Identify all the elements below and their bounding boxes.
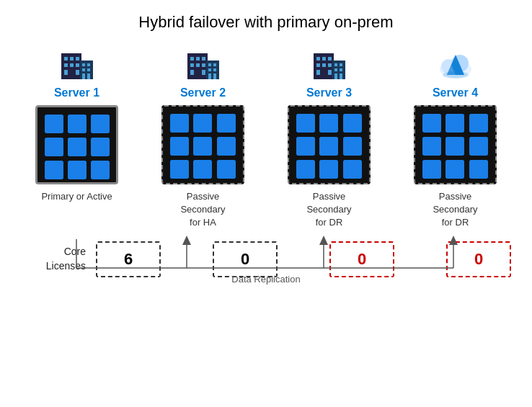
server-name-3: Server 3 [306,86,352,99]
svg-rect-21 [190,63,194,67]
cpu-box-3 [288,105,371,184]
svg-rect-20 [202,57,205,61]
chip-3-8 [319,160,338,179]
svg-rect-14 [87,68,90,71]
chip-2-6 [217,137,236,156]
svg-rect-9 [76,70,79,75]
svg-rect-2 [64,57,68,61]
svg-rect-47 [334,73,337,79]
chip-2-5 [193,137,212,156]
chip-2-4 [170,137,189,156]
svg-rect-31 [208,73,211,79]
page: Hybrid failover with primary on-prem [0,0,532,407]
license-boxes: 6 0 0 0 [96,241,511,277]
chip-2-8 [193,160,212,179]
chip-4-8 [445,160,464,179]
chip-3-6 [343,137,362,156]
svg-rect-29 [208,68,211,71]
svg-rect-41 [328,70,332,75]
building-icon-1 [58,45,96,82]
svg-rect-16 [87,73,90,79]
svg-rect-13 [82,68,85,71]
chip-1-6 [91,138,110,156]
chip-4-7 [422,160,441,179]
building-icon-2 [185,45,222,82]
svg-rect-4 [76,57,79,61]
chip-2-7 [170,160,189,179]
building-icon-3 [311,45,348,82]
server-col-4: Server 4 PassiveSecondaryfor DR [399,45,511,230]
server-name-2: Server 2 [180,86,226,99]
chip-1-8 [68,161,87,179]
svg-rect-37 [316,63,320,67]
svg-rect-11 [82,63,85,66]
chip-3-2 [319,114,338,133]
svg-rect-7 [76,63,79,67]
chip-4-2 [445,114,464,133]
svg-rect-43 [334,63,337,66]
chip-1-1 [45,115,63,133]
svg-rect-8 [64,70,68,75]
svg-rect-5 [64,63,68,67]
svg-rect-3 [70,57,74,61]
svg-rect-18 [190,57,194,61]
svg-rect-19 [196,57,200,61]
svg-rect-45 [334,68,337,71]
svg-rect-36 [328,57,332,61]
svg-point-54 [443,71,469,79]
server-desc-4: PassiveSecondaryfor DR [433,190,477,230]
page-title: Hybrid failover with primary on-prem [138,13,393,32]
svg-rect-34 [316,57,320,61]
chip-1-9 [91,161,110,179]
svg-rect-35 [322,57,326,61]
servers-row: Server 1 Primary or Active [21,45,511,230]
svg-rect-39 [328,63,332,67]
chip-3-1 [296,114,315,133]
license-box-2: 0 [213,241,278,277]
svg-rect-42 [332,61,345,79]
licenses-label: Core Licenses [21,245,86,273]
svg-rect-40 [316,70,320,75]
license-box-3: 0 [329,241,394,277]
server-col-2: Server 2 PassiveSecondaryfor HA [147,45,259,230]
chip-2-3 [217,114,236,133]
chip-4-4 [422,137,441,156]
svg-rect-44 [340,63,342,66]
svg-rect-32 [213,73,216,79]
svg-rect-6 [70,63,74,67]
chip-2-9 [217,160,236,179]
svg-rect-22 [196,63,200,67]
svg-rect-48 [340,73,342,79]
chip-3-3 [343,114,362,133]
chip-3-4 [296,137,315,156]
svg-rect-15 [82,73,85,79]
server-col-3: Server 3 PassiveSecondaryfor DR [273,45,385,230]
cpu-box-1 [35,105,118,184]
chip-4-9 [469,160,488,179]
chip-4-1 [422,114,441,133]
chip-2-1 [170,114,189,133]
server-desc-3: PassiveSecondaryfor DR [306,190,351,230]
server-name-1: Server 1 [54,86,99,99]
svg-rect-25 [202,70,205,75]
azure-cloud-icon [437,45,474,82]
server-col-1: Server 1 Primary or Active [21,45,133,228]
chip-3-5 [319,137,338,156]
server-name-4: Server 4 [433,86,478,99]
license-box-4: 0 [446,241,511,277]
chip-2-2 [193,114,212,133]
svg-rect-30 [213,68,216,71]
chip-1-2 [68,115,87,133]
chip-3-9 [343,160,362,179]
chip-4-5 [445,137,464,156]
svg-rect-46 [340,68,342,71]
chip-1-5 [68,138,87,156]
svg-rect-24 [190,70,194,75]
svg-rect-38 [322,63,326,67]
svg-rect-26 [206,61,219,79]
server-desc-1: Primary or Active [41,190,112,228]
license-box-1: 6 [96,241,161,277]
chip-1-3 [91,115,110,133]
server-desc-2: PassiveSecondaryfor HA [180,190,225,230]
chip-4-6 [469,137,488,156]
